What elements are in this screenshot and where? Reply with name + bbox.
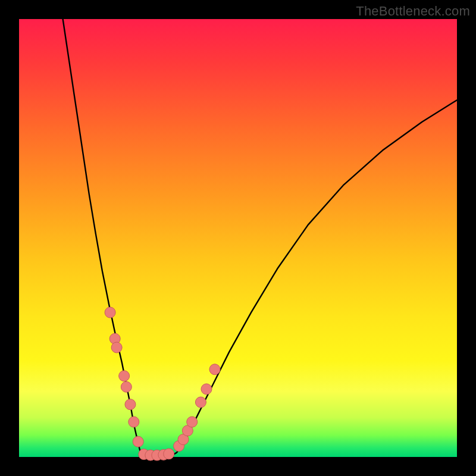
data-point [111,342,122,353]
plot-area [19,19,457,457]
data-point [187,416,198,427]
watermark-text: TheBottleneck.com [356,4,470,19]
curve-group [63,19,457,457]
data-point [195,397,206,408]
data-point [209,364,220,375]
data-point [105,307,115,318]
data-point [129,416,139,427]
bottleneck-curve [63,19,457,457]
data-point [121,381,131,392]
data-point [201,384,212,394]
chart-svg [19,19,457,457]
data-point [125,399,136,410]
scatter-group [105,307,220,461]
data-point [133,436,143,447]
data-point [164,449,174,459]
chart-frame: TheBottleneck.com [0,0,476,476]
data-point [119,371,130,381]
